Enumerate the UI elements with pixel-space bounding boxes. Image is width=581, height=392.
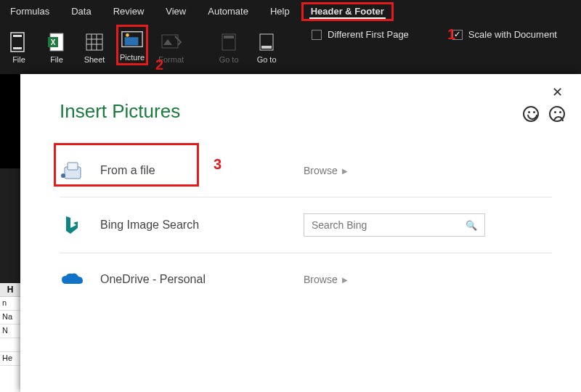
file-button-2[interactable]: X File [41,29,73,65]
annotation-2: 2 [155,57,163,73]
ribbon-options-group: Different First Page [312,25,409,40]
ribbon-tabs: Formulas Data Review View Automate Help … [0,0,581,20]
browse-text: Browse [304,165,338,176]
checkbox-unchecked-icon [312,30,322,40]
tab-view[interactable]: View [155,2,196,21]
sheet-icon [83,30,106,54]
option-onedrive[interactable]: OneDrive - Personal Browse ▶ [60,253,552,306]
file-button-1[interactable]: File [3,29,35,65]
onedrive-browse-link[interactable]: Browse ▶ [304,274,348,285]
different-first-label: Different First Page [328,29,409,40]
goto-header-button: Go to [213,29,245,65]
bing-search-input[interactable] [312,219,466,231]
goto-footer-button[interactable]: Go to [251,29,283,65]
sheet-cell[interactable]: He [0,352,20,366]
sheet-cell[interactable]: Na [0,311,20,324]
tab-review[interactable]: Review [103,2,155,21]
feedback-frown-icon[interactable] [549,106,565,122]
page-icon [7,30,31,54]
goto-label-1: Go to [219,55,239,64]
scale-doc-label: Scale with Document [468,29,557,40]
bing-label: Bing Image Search [100,219,304,232]
excel-file-icon: X [45,30,68,54]
sheet-cell[interactable]: n [0,297,20,311]
ribbon: File X File Sheet Picture Format [0,20,581,74]
search-icon: 🔍 [466,220,477,231]
goto-footer-icon [255,30,278,54]
bing-search-box[interactable]: 🔍 [304,213,485,237]
annotation-box-3 [54,143,199,187]
format-picture-icon [160,30,183,54]
browse-text: Browse [304,274,338,285]
svg-rect-6 [86,34,102,50]
svg-rect-18 [261,46,272,49]
file-label-2: File [50,55,63,64]
svg-text:X: X [51,38,56,46]
close-button[interactable]: ✕ [546,81,568,103]
chevron-right-icon: ▶ [342,167,348,175]
scale-with-document-checkbox[interactable]: ✓ Scale with Document [452,29,557,40]
picture-button[interactable]: Picture [116,25,148,65]
onedrive-label: OneDrive - Personal [100,273,304,286]
dialog-title: Insert Pictures [20,74,581,130]
sheet-column-header[interactable]: H [0,283,20,297]
tab-header-footer[interactable]: Header & Footer [301,2,394,21]
annotation-1: 1 [447,26,455,43]
sheet-cell[interactable]: N [0,324,20,338]
feedback-smile-icon[interactable] [523,106,539,122]
tab-automate[interactable]: Automate [198,2,259,21]
different-first-page-checkbox[interactable]: Different First Page [312,29,409,40]
close-icon: ✕ [552,84,563,100]
chevron-right-icon: ▶ [342,276,348,284]
svg-rect-2 [13,47,22,49]
picture-label: Picture [120,53,145,62]
option-bing-search: Bing Image Search 🔍 [60,197,552,253]
sheet-peek: H n Na N He [0,283,20,392]
ribbon-options-group-2: ✓ Scale with Document [452,25,557,40]
file-label-1: File [12,55,25,64]
sheet-button[interactable]: Sheet [78,29,110,65]
ribbon-group-header-footer: File X File Sheet Picture Format [3,25,283,65]
sheet-cell[interactable] [0,338,20,352]
feedback-buttons [523,106,565,122]
svg-rect-16 [224,36,234,38]
svg-rect-12 [125,37,139,45]
tab-data[interactable]: Data [61,2,101,21]
goto-label-2: Go to [257,55,277,64]
onedrive-icon [60,269,84,290]
picture-icon [121,28,144,52]
annotation-3: 3 [214,156,222,173]
from-file-browse-link[interactable]: Browse ▶ [304,165,348,176]
tab-help[interactable]: Help [260,2,300,21]
tab-formulas[interactable]: Formulas [0,2,60,21]
sheet-label: Sheet [84,55,105,64]
goto-header-icon [217,30,240,54]
svg-point-13 [126,33,129,37]
insert-pictures-dialog: ✕ Insert Pictures From a file Browse ▶ B… [20,74,581,392]
bing-icon [60,215,84,235]
svg-rect-1 [13,35,22,37]
